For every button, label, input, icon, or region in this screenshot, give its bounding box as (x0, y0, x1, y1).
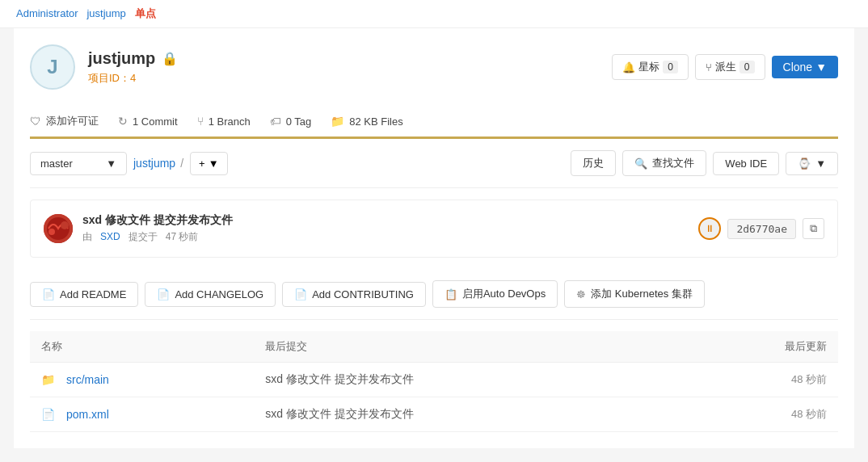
commit-message[interactable]: sxd 修改文件 提交并发布文件 (82, 213, 233, 228)
breadcrumb: Administrator justjump 单点 (0, 0, 868, 28)
web-ide-button[interactable]: Web IDE (713, 152, 779, 175)
breadcrumb-current: 单点 (135, 7, 156, 19)
table-row: 📁 src/main sxd 修改文件 提交并发布文件 48 秒前 (30, 363, 838, 397)
commit-time: 47 秒前 (166, 231, 199, 242)
path-separator: / (180, 157, 183, 170)
file-path: justjump / (133, 157, 183, 170)
add-kubernetes-button[interactable]: ☸ 添加 Kubernetes 集群 (564, 280, 705, 308)
tag-stat[interactable]: 🏷 0 Tag (270, 115, 312, 128)
file-icon: 📄 (41, 408, 55, 421)
find-file-label: 查找文件 (652, 156, 694, 170)
quick-actions: 📄 Add README 📄 Add CHANGELOG 📄 Add CONTR… (30, 269, 838, 320)
add-file-button[interactable]: + ▼ (190, 152, 227, 175)
clone-label: Clone (783, 61, 813, 74)
branch-icon: ⑂ (197, 115, 204, 128)
avatar: J (30, 44, 75, 90)
lock-icon: 🔒 (162, 51, 178, 66)
watch-button[interactable]: 🔔 星标 0 (612, 54, 689, 80)
more-chevron-icon: ▼ (815, 158, 826, 170)
find-file-button[interactable]: 🔍 查找文件 (622, 150, 706, 176)
commit-count-label: 1 Commit (133, 116, 178, 128)
contributing-icon: 📄 (294, 288, 307, 300)
search-icon: 🔍 (634, 158, 647, 170)
tag-icon: 🏷 (270, 115, 281, 128)
breadcrumb-user[interactable]: justjump (86, 7, 125, 19)
folder-icon: 📁 (41, 373, 55, 386)
main-container: J justjump 🔒 项目ID：4 🔔 星标 0 ⑂ 派生 0 (14, 28, 854, 448)
commit-stat[interactable]: ↻ 1 Commit (118, 115, 178, 128)
commit-author-avatar (44, 214, 73, 243)
file-name[interactable]: 📄 pom.xml (41, 408, 242, 421)
branch-count-label: 1 Branch (209, 116, 251, 128)
file-table: 名称 最后提交 最后更新 📁 src/main sxd 修改文件 提交并发布文件… (30, 331, 838, 432)
col-name-header: 名称 (30, 331, 254, 363)
history-label: 历史 (583, 156, 604, 170)
commit-panel: sxd 修改文件 提交并发布文件 由 SXD 提交于 47 秒前 ⏸ 2d677… (30, 200, 838, 258)
watch-count: 0 (663, 61, 678, 74)
more-options-button[interactable]: ⌚ ▼ (786, 152, 838, 175)
repo-actions: 🔔 星标 0 ⑂ 派生 0 Clone ▼ (612, 54, 838, 80)
headphones-icon: ⌚ (798, 158, 811, 170)
file-commit-message[interactable]: sxd 修改文件 提交并发布文件 (265, 372, 414, 385)
commit-meta: 由 SXD 提交于 47 秒前 (82, 230, 233, 244)
repo-id: 项目ID：4 (88, 71, 178, 86)
fork-button[interactable]: ⑂ 派生 0 (695, 54, 765, 80)
path-root[interactable]: justjump (133, 157, 175, 170)
branch-stat[interactable]: ⑂ 1 Branch (197, 115, 251, 128)
pipeline-status-icon[interactable]: ⏸ (698, 217, 721, 240)
add-changelog-button[interactable]: 📄 Add CHANGELOG (145, 282, 276, 307)
svg-point-2 (48, 229, 55, 235)
enable-auto-devops-label: 启用Auto DevOps (462, 287, 546, 301)
file-commit-message[interactable]: sxd 修改文件 提交并发布文件 (265, 407, 414, 420)
file-name[interactable]: 📁 src/main (41, 373, 242, 386)
chevron-down-icon: ▼ (106, 158, 116, 170)
kubernetes-icon: ☸ (576, 288, 586, 300)
copy-hash-button[interactable]: ⧉ (803, 218, 824, 239)
add-contributing-label: Add CONTRIBUTING (312, 288, 414, 300)
license-stat[interactable]: 🛡 添加许可证 (30, 114, 99, 128)
history-button[interactable]: 历史 (571, 150, 616, 176)
license-icon: 🛡 (30, 115, 41, 128)
commit-hash-area: ⏸ 2d6770ae ⧉ (698, 217, 824, 240)
stats-bar: 🛡 添加许可证 ↻ 1 Commit ⑂ 1 Branch 🏷 0 Tag 📁 … (30, 106, 838, 139)
watch-label: 星标 (638, 60, 659, 74)
fork-icon: ⑂ (706, 61, 712, 74)
toolbar-left: master ▼ justjump / + ▼ (30, 152, 228, 175)
clone-chevron-icon: ▼ (815, 61, 827, 74)
repo-info: justjump 🔒 项目ID：4 (88, 49, 178, 86)
file-table-body: 📁 src/main sxd 修改文件 提交并发布文件 48 秒前 📄 pom.… (30, 363, 838, 432)
breadcrumb-admin[interactable]: Administrator (16, 7, 78, 19)
clone-button[interactable]: Clone ▼ (772, 56, 838, 78)
commit-info: sxd 修改文件 提交并发布文件 由 SXD 提交于 47 秒前 (44, 213, 233, 244)
col-update-header: 最后更新 (678, 331, 838, 363)
svg-point-3 (61, 221, 69, 229)
commit-author[interactable]: SXD (100, 231, 120, 242)
chevron-small-icon: ▼ (209, 158, 219, 170)
add-readme-button[interactable]: 📄 Add README (30, 282, 138, 307)
size-stat[interactable]: 📁 82 KB Files (331, 115, 402, 128)
file-icon: 📁 (331, 115, 344, 128)
file-updated-time: 48 秒前 (678, 363, 838, 397)
copy-icon: ⧉ (810, 222, 817, 234)
toolbar: master ▼ justjump / + ▼ 历史 🔍 查找文件 Web ID… (30, 139, 838, 188)
table-row: 📄 pom.xml sxd 修改文件 提交并发布文件 48 秒前 (30, 397, 838, 432)
file-updated-time: 48 秒前 (678, 397, 838, 432)
add-contributing-button[interactable]: 📄 Add CONTRIBUTING (282, 282, 426, 307)
col-commit-header: 最后提交 (254, 331, 677, 363)
repo-identity: J justjump 🔒 项目ID：4 (30, 44, 178, 90)
devops-icon: 📋 (445, 288, 457, 300)
branch-name: master (40, 158, 73, 170)
tag-count-label: 0 Tag (286, 116, 312, 128)
add-kubernetes-label: 添加 Kubernetes 集群 (591, 287, 693, 301)
branch-selector[interactable]: master ▼ (30, 152, 127, 175)
commit-hash[interactable]: 2d6770ae (727, 219, 796, 239)
enable-auto-devops-button[interactable]: 📋 启用Auto DevOps (432, 280, 558, 308)
commit-details: sxd 修改文件 提交并发布文件 由 SXD 提交于 47 秒前 (82, 213, 233, 244)
repo-header: J justjump 🔒 项目ID：4 🔔 星标 0 ⑂ 派生 0 (30, 44, 838, 90)
plus-icon: + (199, 158, 205, 170)
license-label: 添加许可证 (46, 114, 99, 128)
toolbar-right: 历史 🔍 查找文件 Web IDE ⌚ ▼ (571, 150, 838, 176)
repo-title[interactable]: justjump (88, 49, 155, 68)
add-readme-label: Add README (60, 288, 126, 300)
size-label: 82 KB Files (349, 116, 402, 128)
